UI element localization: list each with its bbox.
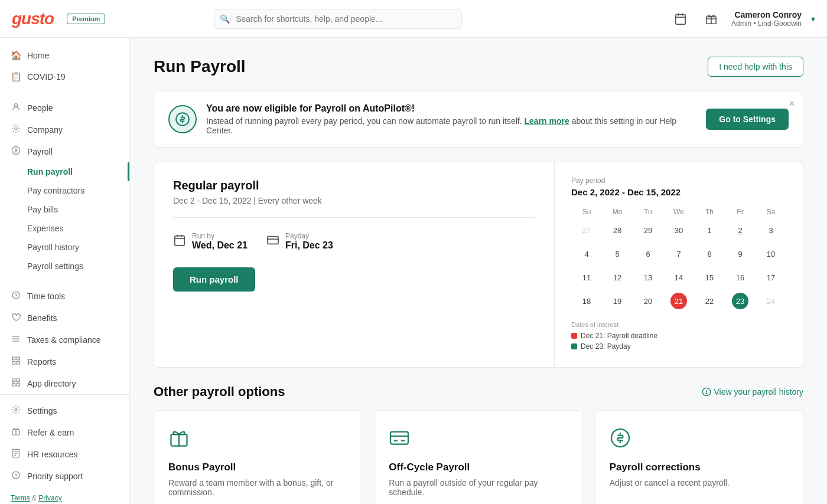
people-icon bbox=[11, 102, 21, 113]
user-role: Admin • Lind-Goodwin bbox=[731, 19, 802, 28]
user-menu-chevron[interactable]: ▾ bbox=[811, 14, 815, 24]
privacy-link[interactable]: Privacy bbox=[38, 494, 61, 502]
sidebar-item-taxes[interactable]: Taxes & compliance bbox=[0, 329, 129, 351]
taxes-icon bbox=[11, 334, 21, 345]
other-options-title: Other payroll options bbox=[154, 384, 285, 400]
run-info: Run by Wed, Dec 21 Payday Fri, Dec 23 bbox=[173, 232, 535, 251]
sidebar-item-priority-support[interactable]: Priority support bbox=[0, 465, 129, 487]
run-by-value: Wed, Dec 21 bbox=[192, 240, 248, 251]
sidebar-sub-payroll-history[interactable]: Payroll history bbox=[0, 238, 129, 257]
payroll-icon bbox=[11, 146, 21, 157]
sidebar-sub-pay-bills[interactable]: Pay bills bbox=[0, 200, 129, 219]
svg-rect-33 bbox=[268, 236, 278, 244]
autopilot-icon bbox=[168, 105, 197, 133]
svg-rect-29 bbox=[175, 235, 185, 246]
sidebar-sub-payroll-settings[interactable]: Payroll settings bbox=[0, 257, 129, 276]
svg-point-5 bbox=[14, 104, 17, 107]
option-desc-corrections: Adjust or cancel a recent payroll. bbox=[610, 478, 789, 502]
page-title: Run Payroll bbox=[154, 57, 246, 76]
view-history-link[interactable]: View your payroll history bbox=[702, 387, 803, 397]
help-button[interactable]: I need help with this bbox=[708, 57, 803, 77]
option-icon-off-cycle bbox=[389, 427, 568, 453]
svg-point-6 bbox=[15, 127, 17, 130]
svg-rect-13 bbox=[17, 357, 19, 360]
option-title-bonus: Bonus Payroll bbox=[168, 462, 347, 473]
payroll-options-grid: Bonus Payroll Reward a team member with … bbox=[154, 410, 803, 504]
search-bar: 🔍 bbox=[214, 9, 462, 29]
learn-more-link[interactable]: Learn more bbox=[525, 116, 569, 126]
svg-point-20 bbox=[15, 408, 17, 411]
option-title-corrections: Payroll corrections bbox=[610, 462, 789, 473]
autopilot-banner: You are now eligible for Payroll on Auto… bbox=[154, 91, 803, 148]
sidebar-item-refer[interactable]: Refer & earn bbox=[0, 421, 129, 443]
banner-text: You are now eligible for Payroll on Auto… bbox=[206, 103, 696, 135]
regular-payroll-title: Regular payroll bbox=[173, 179, 535, 192]
svg-rect-40 bbox=[390, 432, 408, 444]
sidebar: 🏠 Home 📋 COVID-19 People Company Payroll bbox=[0, 38, 130, 504]
sidebar-item-hr-resources[interactable]: HR resources bbox=[0, 443, 129, 465]
sidebar-item-reports[interactable]: Reports bbox=[0, 351, 129, 372]
sidebar-item-company[interactable]: Company bbox=[0, 119, 129, 140]
banner-close-icon[interactable]: × bbox=[789, 99, 795, 109]
doi-title: Dates of interest bbox=[571, 321, 786, 328]
hr-icon bbox=[11, 449, 21, 460]
payday-value: Fri, Dec 23 bbox=[285, 240, 333, 251]
gift-icon[interactable] bbox=[701, 8, 722, 30]
terms-link[interactable]: Terms bbox=[11, 494, 30, 502]
doi-item: Dec 23: Payday bbox=[571, 342, 786, 351]
sidebar-sub-pay-contractors[interactable]: Pay contractors bbox=[0, 181, 129, 200]
svg-rect-0 bbox=[676, 14, 686, 24]
svg-rect-12 bbox=[12, 357, 15, 360]
option-desc-off-cycle: Run a payroll outside of your regular pa… bbox=[389, 478, 568, 502]
header-actions: Cameron Conroy Admin • Lind-Goodwin ▾ bbox=[670, 8, 815, 30]
search-input[interactable] bbox=[214, 9, 462, 29]
payroll-calendar: Pay period Dec 2, 2022 - Dec 15, 2022 Su… bbox=[555, 162, 803, 367]
run-payroll-button[interactable]: Run payroll bbox=[173, 267, 255, 292]
payday-icon bbox=[266, 234, 279, 250]
sidebar-sub-expenses[interactable]: Expenses bbox=[0, 219, 129, 238]
sidebar-item-payroll[interactable]: Payroll bbox=[0, 140, 129, 162]
sidebar-sub-run-payroll[interactable]: Run payroll bbox=[0, 162, 129, 181]
user-name: Cameron Conroy bbox=[734, 10, 802, 19]
home-icon: 🏠 bbox=[11, 50, 21, 61]
time-icon bbox=[11, 290, 21, 302]
option-card-corrections: Payroll corrections Adjust or cancel a r… bbox=[595, 410, 803, 504]
payday-label: Payday bbox=[285, 232, 333, 240]
clipboard-icon: 📋 bbox=[11, 71, 21, 82]
sidebar-item-benefits[interactable]: Benefits bbox=[0, 307, 129, 329]
payday-details: Payday Fri, Dec 23 bbox=[285, 232, 333, 251]
sidebar-item-settings[interactable]: Settings bbox=[0, 400, 129, 421]
svg-rect-15 bbox=[17, 361, 19, 364]
sidebar-item-time-tools[interactable]: Time tools bbox=[0, 285, 129, 307]
sidebar-item-covid[interactable]: 📋 COVID-19 bbox=[0, 66, 129, 87]
main-content: Run Payroll I need help with this You ar… bbox=[130, 38, 827, 504]
svg-rect-14 bbox=[12, 361, 15, 364]
sidebar-bottom: Settings Refer & earn HR resources Prior… bbox=[0, 394, 129, 504]
calendar-grid: SuMoTuWeThFrSa 2728293012345678910111213… bbox=[571, 205, 786, 313]
payroll-date-range: Dec 2 - Dec 15, 2022 | Every other week bbox=[173, 196, 535, 218]
sidebar-footer: Terms & Privacy bbox=[0, 487, 129, 504]
sidebar-item-app-directory[interactable]: App directory bbox=[0, 372, 129, 394]
option-icon-bonus bbox=[168, 427, 347, 453]
option-card-bonus: Bonus Payroll Reward a team member with … bbox=[154, 410, 362, 504]
calendar-run-icon bbox=[173, 234, 186, 250]
header: gusto Premium 🔍 Cameron Conroy Admin • L… bbox=[0, 0, 827, 38]
refer-icon bbox=[11, 427, 21, 438]
option-card-off-cycle: Off-Cycle Payroll Run a payroll outside … bbox=[374, 410, 582, 504]
doi-item: Dec 21: Payroll deadline bbox=[571, 332, 786, 340]
company-icon bbox=[11, 124, 21, 135]
sidebar-item-home[interactable]: 🏠 Home bbox=[0, 45, 129, 66]
svg-rect-18 bbox=[12, 383, 15, 386]
option-icon-corrections bbox=[610, 427, 789, 453]
banner-title: You are now eligible for Payroll on Auto… bbox=[206, 103, 696, 114]
search-icon: 🔍 bbox=[220, 14, 230, 24]
regular-payroll-card: Regular payroll Dec 2 - Dec 15, 2022 | E… bbox=[154, 162, 803, 368]
calendar-header: Pay period bbox=[571, 176, 786, 185]
go-to-settings-button[interactable]: Go to Settings bbox=[706, 109, 789, 130]
svg-point-37 bbox=[706, 393, 706, 394]
option-desc-bonus: Reward a team member with a bonus, gift,… bbox=[168, 478, 347, 502]
calendar-icon[interactable] bbox=[670, 8, 691, 30]
run-by-details: Run by Wed, Dec 21 bbox=[192, 232, 248, 251]
sidebar-item-people[interactable]: People bbox=[0, 97, 129, 119]
active-bar bbox=[128, 162, 129, 181]
